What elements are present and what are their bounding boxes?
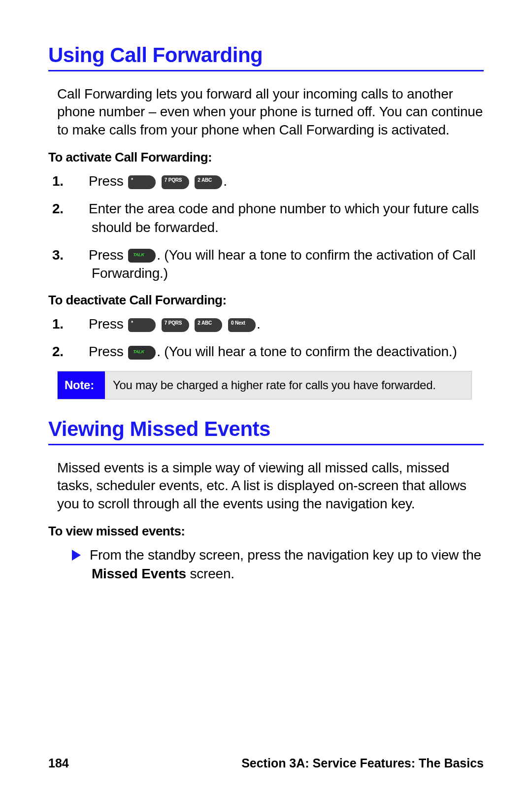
heading-call-forwarding: Using Call Forwarding [48,43,484,67]
step-number: 1. [72,315,89,333]
key-2-icon [195,175,222,189]
key-0-icon [228,318,256,332]
key-star-icon [128,175,156,189]
step-text-end: . [223,173,227,189]
step-number: 3. [72,246,89,265]
step-item: 1.Press . [48,172,484,191]
key-talk-icon [128,249,156,263]
key-star-icon [128,318,156,332]
key-talk-icon [128,346,156,360]
key-7-icon [162,175,189,189]
manual-page: Using Call Forwarding Call Forwarding le… [0,0,532,798]
page-number: 184 [48,756,69,770]
subhead-activate: To activate Call Forwarding: [48,150,484,165]
bullet-item: From the standby screen, press the navig… [48,546,484,583]
bullet-text-pre: From the standby screen, press the navig… [90,547,481,563]
triangle-bullet-icon [72,550,81,561]
bullet-text-post: screen. [186,566,234,581]
step-number: 1. [72,172,89,191]
activate-steps-list: 1.Press . 2.Enter the area code and phon… [48,172,484,283]
key-2-icon [195,318,222,332]
subhead-view-missed: To view missed events: [48,524,484,539]
step-item: 3.Press . (You will hear a tone to confi… [48,246,484,283]
intro-paragraph: Missed events is a simple way of viewing… [57,459,484,513]
note-text: You may be charged a higher rate for cal… [105,371,444,399]
step-item: 2.Press . (You will hear a tone to confi… [48,342,484,361]
step-text-rest: . (You will hear a tone to confirm the d… [157,344,457,359]
deactivate-steps-list: 1.Press . 2.Press . (You will hear a ton… [48,315,484,361]
step-number: 2. [72,342,89,361]
intro-paragraph: Call Forwarding lets you forward all you… [57,85,484,139]
step-text-end: . [257,316,261,332]
step-number: 2. [72,200,89,218]
step-text: Press [89,173,127,189]
bullet-text-bold: Missed Events [92,566,186,581]
note-box: Note: You may be charged a higher rate f… [57,371,472,399]
heading-rule [48,70,484,71]
section-label: Section 3A: Service Features: The Basics [241,756,484,770]
page-footer: 184 Section 3A: Service Features: The Ba… [48,756,484,770]
step-item: 1.Press . [48,315,484,333]
step-text: Press [89,247,127,263]
step-text: Press [89,316,127,332]
step-text: Enter the area code and phone number to … [89,201,479,235]
subhead-deactivate: To deactivate Call Forwarding: [48,293,484,308]
step-text: Press [89,344,127,359]
heading-missed-events: Viewing Missed Events [48,417,484,441]
note-label: Note: [58,371,105,399]
heading-rule [48,444,484,445]
step-item: 2.Enter the area code and phone number t… [48,200,484,237]
key-7-icon [162,318,189,332]
